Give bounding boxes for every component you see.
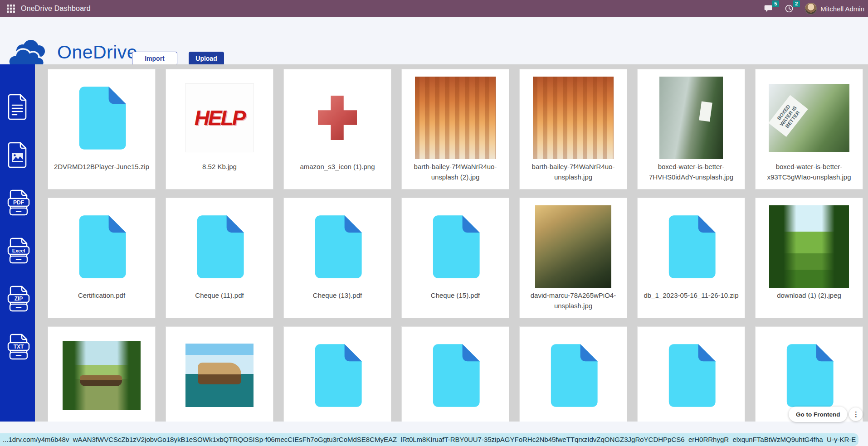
- header-bar: OneDrive Import Upload: [0, 17, 868, 64]
- file-card[interactable]: Cheque (15).pdf: [401, 198, 509, 318]
- file-name: boxed-water-is-better-x93TC5gWIao-unspla…: [756, 162, 863, 182]
- excel-file-icon: Excel: [7, 238, 30, 266]
- user-menu[interactable]: Mitchell Admin: [805, 3, 864, 15]
- file-name: dropbox_integration.zip: [284, 419, 391, 422]
- generic-file-icon: [548, 343, 599, 408]
- file-name: file_icon.png: [520, 419, 627, 422]
- file-thumbnail: [48, 333, 155, 417]
- photo-thumbnail: [415, 77, 496, 159]
- file-thumbnail: [48, 204, 155, 289]
- vertical-ellipsis-icon: ⋮: [853, 410, 859, 418]
- photo-thumbnail: [311, 83, 364, 153]
- apps-grid-icon[interactable]: [6, 4, 15, 13]
- file-name: barth-bailey-7f4WaNrR4uo-unsplash.jpg: [520, 162, 627, 182]
- file-name: amazon_s3_icon (1).png: [284, 162, 391, 172]
- messages-count-badge: 5: [772, 0, 779, 7]
- photo-thumbnail: [769, 205, 849, 288]
- file-name: 8.52 Kb.jpg: [166, 162, 273, 172]
- sidebar-item-pdf[interactable]: PDF: [7, 189, 29, 216]
- thumbnail-text: BOXED WATER IS BETTER: [769, 95, 808, 137]
- import-button[interactable]: Import: [132, 52, 177, 65]
- file-thumbnail: [284, 76, 391, 160]
- file-card[interactable]: Certification.pdf: [48, 198, 156, 318]
- file-thumbnail: [402, 76, 509, 160]
- more-options-button[interactable]: ⋮: [849, 407, 863, 421]
- sidebar-item-txt[interactable]: TXT: [7, 334, 29, 360]
- zip-file-icon: ZIP: [7, 286, 30, 314]
- file-thumbnail: [402, 333, 509, 417]
- txt-file-icon: TXT: [7, 334, 30, 362]
- file-name: db_1_2023-05-16_11-26-10.zip: [638, 291, 745, 301]
- user-name: Mitchell Admin: [820, 5, 864, 13]
- brand-wordmark: OneDrive: [57, 42, 137, 63]
- svg-text:Excel: Excel: [12, 248, 25, 253]
- file-card[interactable]: boxed-water-is-better-7HVHS0idAdY-unspla…: [637, 69, 745, 189]
- file-thumbnail: [520, 204, 627, 289]
- filetype-sidebar: PDF Excel ZIP TXT: [0, 64, 35, 422]
- activities-count-badge: 2: [793, 0, 800, 7]
- document-file-icon: [7, 93, 29, 121]
- generic-file-icon: [666, 214, 717, 279]
- file-thumbnail: BOXED WATER IS BETTER: [756, 76, 863, 160]
- sidebar-item-images[interactable]: [7, 141, 29, 168]
- file-card[interactable]: FileB.txt: [637, 326, 745, 422]
- file-card[interactable]: amazon_s3_icon (1).png: [283, 69, 391, 189]
- photo-thumbnail: [535, 205, 611, 288]
- file-card[interactable]: db_1_2023-05-16_11-26-10.zip: [637, 198, 745, 318]
- generic-file-icon: [666, 343, 717, 408]
- thumbnail-text: HELP: [195, 106, 245, 130]
- sidebar-item-excel[interactable]: Excel: [7, 238, 29, 264]
- file-card[interactable]: Ecological Savings by using Electronical…: [401, 326, 509, 422]
- file-card[interactable]: download.jpeg: [166, 326, 273, 422]
- file-name: david-marcu-78A265wPiO4-unsplash.jpg: [520, 291, 627, 311]
- generic-file-icon: [76, 86, 127, 150]
- messages-button[interactable]: 5: [763, 4, 773, 14]
- file-thumbnail: [638, 204, 745, 289]
- file-card[interactable]: barth-bailey-7f4WaNrR4uo-unsplash (2).jp…: [401, 69, 509, 189]
- file-name: Certification.pdf: [48, 291, 155, 301]
- generic-file-icon: [430, 343, 481, 408]
- photo-thumbnail: [533, 77, 614, 159]
- sidebar-item-zip[interactable]: ZIP: [7, 286, 29, 312]
- file-card[interactable]: file_icon.png: [519, 326, 627, 422]
- file-card[interactable]: barth-bailey-7f4WaNrR4uo-unsplash.jpg: [519, 69, 627, 189]
- file-card[interactable]: Cheque (11).pdf: [166, 198, 273, 318]
- frontend-toolbar: Go to Frontend ⋮: [789, 407, 863, 422]
- file-card[interactable]: HELP 8.52 Kb.jpg: [166, 69, 273, 189]
- file-name: FileB.txt: [638, 419, 745, 422]
- file-name: barth-bailey-7f4WaNrR4uo-unsplash (2).jp…: [402, 162, 509, 182]
- go-to-frontend-button[interactable]: Go to Frontend: [789, 407, 847, 422]
- file-thumbnail: [638, 333, 745, 417]
- file-name: download.jpeg: [166, 419, 273, 422]
- upload-button[interactable]: Upload: [189, 52, 224, 65]
- photo-thumbnail: BOXED WATER IS BETTER: [769, 84, 849, 152]
- photo-thumbnail: [659, 77, 723, 159]
- generic-file-icon: [784, 343, 834, 408]
- file-thumbnail: [402, 204, 509, 289]
- browser-status-bar: ...1drv.com/y4m6b48v_wAAN3fWVCScZb1zV2jo…: [0, 433, 858, 446]
- file-card[interactable]: Cheque (13).pdf: [283, 198, 391, 318]
- file-card[interactable]: download (1) (2).jpeg: [755, 198, 863, 318]
- generic-file-icon: [76, 214, 127, 279]
- file-name: boxed-water-is-better-7HVHS0idAdY-unspla…: [638, 162, 745, 182]
- file-card[interactable]: download (2).jpeg: [48, 326, 156, 422]
- file-card[interactable]: 2DVRMD12BPlayer-June15.zip: [48, 69, 156, 189]
- svg-text:TXT: TXT: [13, 344, 24, 350]
- file-card[interactable]: BOXED WATER IS BETTER boxed-water-is-bet…: [755, 69, 863, 189]
- file-thumbnail: [284, 333, 391, 417]
- file-thumbnail: [166, 204, 273, 289]
- user-avatar: [805, 3, 817, 15]
- file-thumbnail: [166, 333, 273, 417]
- file-card[interactable]: dropbox_integration.zip: [283, 326, 391, 422]
- file-thumbnail: [638, 76, 745, 160]
- file-thumbnail: [756, 333, 863, 417]
- file-thumbnail: [520, 76, 627, 160]
- activities-button[interactable]: 2: [784, 4, 794, 14]
- file-card[interactable]: david-marcu-78A265wPiO4-unsplash.jpg: [519, 198, 627, 318]
- file-thumbnail: [756, 204, 863, 289]
- file-thumbnail: HELP: [166, 76, 273, 160]
- top-navbar: OneDrive Dashboard 5 2 Mitchell Admin: [0, 0, 868, 17]
- svg-text:PDF: PDF: [13, 199, 24, 206]
- sidebar-item-documents[interactable]: [7, 93, 29, 120]
- file-name: Cheque (15).pdf: [402, 291, 509, 301]
